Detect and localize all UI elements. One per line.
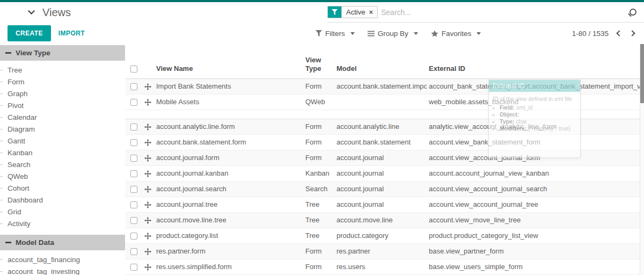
cell-view-type: Search — [303, 181, 334, 197]
drag-handle-icon — [144, 233, 151, 240]
row-checkbox[interactable] — [130, 124, 137, 131]
sidebar-item-pivot[interactable]: Pivot — [0, 99, 125, 111]
row-checkbox[interactable] — [130, 186, 137, 193]
row-checkbox[interactable] — [130, 170, 137, 177]
drag-handle-icon — [144, 217, 151, 224]
pager: 1-80 / 1535 — [572, 30, 634, 38]
table-row-empty — [125, 110, 644, 119]
cell-view-name: account.move.line.tree — [154, 212, 303, 228]
row-checkbox[interactable] — [130, 83, 137, 90]
import-button[interactable]: IMPORT — [58, 30, 85, 37]
table-row[interactable]: Import Bank StatementsFormaccount.bank.s… — [125, 78, 644, 94]
cell-model: account.move.line — [334, 212, 427, 228]
cell-external-id: account.view_account_journal_tree — [427, 197, 644, 212]
row-checkbox[interactable] — [130, 201, 137, 208]
cell-external-id: product.product_category_list_view — [427, 228, 644, 243]
sidebar-item-tree[interactable]: Tree — [0, 64, 125, 76]
table-header-row: View Name View Type Model External ID — [125, 44, 644, 78]
chevron-down-icon[interactable] — [28, 8, 35, 15]
cell-model: account.journal — [334, 165, 427, 181]
cell-model: account.journal — [334, 181, 427, 197]
cell-external-id: web_mobile.assets_backend — [427, 94, 644, 110]
drag-handle-icon — [144, 139, 151, 146]
sidebar-item-gantt[interactable]: Gantt — [0, 135, 125, 147]
cell-view-type: Form — [303, 150, 334, 165]
drag-handle-icon — [144, 248, 151, 255]
sidebar-item-list: account_tag_financingaccount_tag_investi… — [0, 254, 125, 275]
sidebar-item-activity[interactable]: Activity — [0, 218, 125, 229]
pager-previous-icon[interactable] — [616, 30, 622, 36]
cell-view-name: account.analytic.line.form — [154, 119, 303, 134]
table-row[interactable]: account.bank.statement.formFormaccount.b… — [125, 134, 644, 150]
sidebar-item-list: TreeFormGraphPivotCalendarDiagramGanttKa… — [0, 64, 125, 229]
column-header-view-name[interactable]: View Name — [154, 44, 303, 78]
favorites-dropdown[interactable]: Favorites — [431, 30, 481, 38]
sidebar-section-header-view-type[interactable]: View Type — [0, 45, 125, 61]
table-row[interactable]: Mobile AssetsQWebweb_mobile.assets_backe… — [125, 94, 644, 110]
table-body: Import Bank StatementsFormaccount.bank.s… — [125, 78, 644, 274]
group-by-icon — [368, 31, 375, 37]
sidebar-item-qweb[interactable]: QWeb — [0, 170, 125, 182]
table-row[interactable]: account.journal.kanbanKanbanaccount.jour… — [125, 165, 644, 181]
row-checkbox[interactable] — [130, 264, 137, 271]
table-row[interactable]: res.users.simplified.formFormres.usersba… — [125, 259, 644, 274]
favorites-label: Favorites — [442, 30, 472, 38]
scrollbar-thumb[interactable] — [640, 44, 644, 103]
row-checkbox[interactable] — [130, 233, 137, 240]
row-checkbox[interactable] — [130, 139, 137, 146]
sidebar-item-calendar[interactable]: Calendar — [0, 111, 125, 123]
pager-next-icon[interactable] — [629, 30, 635, 36]
group-by-dropdown[interactable]: Group By — [368, 30, 418, 38]
sidebar-item-graph[interactable]: Graph — [0, 88, 125, 99]
filters-label: Filters — [325, 30, 345, 38]
filters-dropdown[interactable]: Filters — [316, 30, 355, 38]
column-header-view-type[interactable]: View Type — [303, 44, 334, 78]
search-icon[interactable] — [630, 9, 636, 16]
sidebar-item-account-tag-financing[interactable]: account_tag_financing — [0, 254, 125, 265]
sidebar-item-form[interactable]: Form — [0, 76, 125, 88]
sidebar-item-kanban[interactable]: Kanban — [0, 147, 125, 158]
facet-remove-icon[interactable]: × — [369, 8, 373, 16]
sidebar-item-cohort[interactable]: Cohort — [0, 182, 125, 194]
table-row[interactable]: account.move.line.treeTreeaccount.move.l… — [125, 212, 644, 228]
column-header-external-id[interactable]: External ID — [427, 44, 644, 78]
sidebar-item-diagram[interactable]: Diagram — [0, 123, 125, 135]
create-button[interactable]: CREATE — [8, 25, 51, 41]
cell-view-name: Import Bank Statements — [154, 78, 303, 94]
cell-view-name: Mobile Assets — [154, 94, 303, 110]
sidebar-section-header-model-data[interactable]: Model Data — [0, 235, 125, 250]
cell-model: product.category — [334, 228, 427, 243]
column-header-model[interactable]: Model — [334, 44, 427, 78]
list-view-area: View Name View Type Model External ID Im… — [125, 44, 644, 275]
table-row[interactable]: account.analytic.line.formFormaccount.an… — [125, 119, 644, 134]
table-row[interactable]: account.journal.formFormaccount.journala… — [125, 150, 644, 165]
table-row[interactable]: account.journal.searchSearchaccount.jour… — [125, 181, 644, 197]
search-panel-sidebar: View TypeTreeFormGraphPivotCalendarDiagr… — [0, 44, 125, 275]
cell-view-name: account.journal.kanban — [154, 165, 303, 181]
search-input[interactable] — [381, 8, 630, 17]
cell-model: account.journal — [334, 197, 427, 212]
row-checkbox[interactable] — [130, 217, 137, 224]
cell-view-name: res.partner.form — [154, 243, 303, 259]
table-row[interactable]: account.journal.treeTreeaccount.journala… — [125, 197, 644, 212]
content-area: View TypeTreeFormGraphPivotCalendarDiagr… — [0, 44, 644, 275]
sidebar-section-title: Model Data — [16, 238, 54, 247]
cell-view-name: account.journal.form — [154, 150, 303, 165]
cell-view-name: account.bank.statement.form — [154, 134, 303, 150]
sidebar-item-search[interactable]: Search — [0, 158, 125, 170]
table-row[interactable]: res.partner.formFormres.partnerbase.view… — [125, 243, 644, 259]
breadcrumb: Views — [29, 2, 71, 23]
cell-external-id: account.view_bank_statement_form — [427, 134, 644, 150]
cell-model — [334, 110, 427, 119]
row-checkbox[interactable] — [130, 99, 137, 106]
cell-model: res.users — [334, 259, 427, 274]
cell-view-name: account.journal.search — [154, 181, 303, 197]
sidebar-item-dashboard[interactable]: Dashboard — [0, 194, 125, 206]
select-all-checkbox[interactable] — [130, 66, 137, 73]
row-checkbox[interactable] — [130, 155, 137, 162]
row-checkbox[interactable] — [130, 248, 137, 255]
sidebar-item-account-tag-investing[interactable]: account_tag_investing — [0, 265, 125, 275]
cell-view-type: Form — [303, 78, 334, 94]
sidebar-item-grid[interactable]: Grid — [0, 206, 125, 218]
table-row[interactable]: product.category.listTreeproduct.categor… — [125, 228, 644, 243]
